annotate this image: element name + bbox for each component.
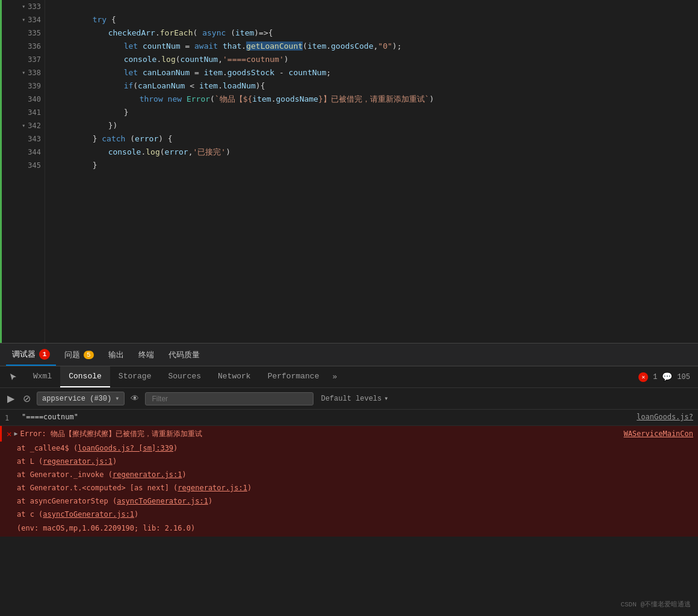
levels-dropdown[interactable]: Default levels ▾ <box>317 392 392 405</box>
tab-issues-label: 问题 <box>64 350 80 360</box>
tab-terminal[interactable]: 终端 <box>132 343 160 366</box>
stack-text-3: at Generator.t.<computed> [as next] (reg… <box>17 484 252 492</box>
code-line-341: }) <box>55 106 698 119</box>
stack-row-1: at L (regenerator.js:1) <box>0 455 698 468</box>
tab-code-quality[interactable]: 代码质量 <box>162 343 206 366</box>
eye-icon[interactable]: 👁 <box>128 392 141 406</box>
stack-link-1[interactable]: regenerator.js:1 <box>43 457 113 466</box>
console-output: 1 "====coutnum" loanGoods.js? ✕ ▶ Error:… <box>0 410 698 616</box>
tab-sources[interactable]: Sources <box>159 366 209 387</box>
line-numbers: ▾333 ▾334 335 336 337 ▾338 339 340 341 ▾… <box>2 0 45 343</box>
stack-link-4[interactable]: asyncToGenerator.js:1 <box>117 497 208 505</box>
tab-wxml[interactable]: Wxml <box>25 366 60 387</box>
context-selector[interactable]: appservice (#30) ▾ <box>37 392 125 405</box>
code-content: try { checkedArr.forEach( async (item)=>… <box>45 0 698 343</box>
console-line-num-1: 1 <box>5 411 17 424</box>
filter-input[interactable] <box>145 392 313 405</box>
performance-label: Performance <box>268 372 320 381</box>
levels-label: Default levels <box>321 395 381 403</box>
line-num-339: 339 <box>2 79 45 93</box>
dropdown-arrow-icon: ▾ <box>115 394 119 403</box>
tab-console[interactable]: Console <box>60 366 110 387</box>
stack-text-1: at L (regenerator.js:1) <box>17 457 117 466</box>
line-num-344: 344 <box>2 146 45 159</box>
tab-performance[interactable]: Performance <box>259 366 328 387</box>
console-row-1: 1 "====coutnum" loanGoods.js? <box>0 410 698 426</box>
error-count: 1 <box>653 373 657 381</box>
stack-link-0[interactable]: loanGoods.js? [sm]:339 <box>78 444 173 452</box>
levels-arrow-icon: ▾ <box>384 394 388 403</box>
play-button[interactable]: ▶ <box>5 390 17 407</box>
stack-text-5: at c (asyncToGenerator.js:1) <box>17 510 138 519</box>
error-main-source[interactable]: WAServiceMainCon <box>619 428 693 440</box>
nav-right-counts: ✕ 1 💬 105 <box>638 366 695 387</box>
network-label: Network <box>218 372 251 381</box>
line-num-341: 341 <box>2 106 45 119</box>
tab-output-label: 输出 <box>108 350 124 360</box>
code-line-342: } catch (error) { <box>55 119 698 132</box>
stack-row-2: at Generator._invoke (regenerator.js:1) <box>0 468 698 481</box>
tab-network[interactable]: Network <box>209 366 259 387</box>
devtools-panel: 调试器 1 问题 5 输出 终端 代码质量 <box>0 343 698 616</box>
stack-link-5[interactable]: asyncToGenerator.js:1 <box>43 510 134 519</box>
storage-label: Storage <box>119 372 152 381</box>
cursor-tool[interactable] <box>3 366 25 387</box>
devtools-top-bar: 调试器 1 问题 5 输出 终端 代码质量 <box>0 343 698 366</box>
more-label: » <box>332 372 337 381</box>
stack-text-2: at Generator._invoke (regenerator.js:1) <box>17 470 187 479</box>
tab-output[interactable]: 输出 <box>102 343 130 366</box>
block-button[interactable]: ⊘ <box>20 390 33 407</box>
stack-row-3: at Generator.t.<computed> [as next] (reg… <box>0 481 698 494</box>
devtools-nav-bar: Wxml Console Storage Sources Network Per… <box>0 366 698 388</box>
error-circle-icon: ✕ <box>638 372 648 382</box>
tab-debugger-label: 调试器 <box>12 349 36 360</box>
code-line-333: try { <box>55 0 698 13</box>
tab-terminal-label: 终端 <box>138 350 154 360</box>
console-label: Console <box>69 372 102 381</box>
tab-debugger[interactable]: 调试器 1 <box>6 343 56 366</box>
wxml-label: Wxml <box>33 372 52 381</box>
fold-334[interactable]: ▾ <box>22 13 25 26</box>
line-num-334: ▾334 <box>2 13 45 26</box>
error-icon: ✕ <box>7 428 11 440</box>
fold-342[interactable]: ▾ <box>22 119 25 132</box>
stack-text-0: at _callee4$ (loanGoods.js? [sm]:339) <box>17 444 178 452</box>
line-num-342: ▾342 <box>2 119 45 132</box>
error-expand-icon[interactable]: ▶ <box>14 428 17 440</box>
line-num-335: 335 <box>2 26 45 40</box>
line-num-333: ▾333 <box>2 0 45 13</box>
chat-icon: 💬 <box>662 372 672 382</box>
green-bar <box>0 0 2 343</box>
error-main-text: Error: 物品【擦拭擦拭擦】已被借完，请重新添加重试 <box>20 428 619 440</box>
code-editor: ▾333 ▾334 335 336 337 ▾338 339 340 341 ▾… <box>0 0 698 343</box>
tab-more[interactable]: » <box>327 366 342 387</box>
line-num-345: 345 <box>2 159 45 172</box>
stack-link-2[interactable]: regenerator.js:1 <box>113 470 182 479</box>
context-selector-label: appservice (#30) <box>42 395 111 403</box>
stack-link-3[interactable]: regenerator.js:1 <box>178 484 247 492</box>
line-num-340: 340 <box>2 93 45 106</box>
line-num-338: ▾338 <box>2 66 45 79</box>
csdn-watermark: CSDN @不懂老爱暗通逃 <box>620 600 691 609</box>
tab-storage[interactable]: Storage <box>110 366 160 387</box>
fold-338[interactable]: ▾ <box>22 66 25 79</box>
app-container: ▾333 ▾334 335 336 337 ▾338 339 340 341 ▾… <box>0 0 698 616</box>
stack-row-4: at asyncGeneratorStep (asyncToGenerator.… <box>0 494 698 508</box>
stack-row-0: at _callee4$ (loanGoods.js? [sm]:339) <box>0 442 698 455</box>
code-line-334: checkedArr.forEach( async (item)=>{ <box>55 13 698 26</box>
console-source-1[interactable]: loanGoods.js? <box>632 411 693 423</box>
sources-label: Sources <box>168 372 201 381</box>
tab-issues[interactable]: 问题 5 <box>58 343 100 366</box>
line-num-336: 336 <box>2 40 45 53</box>
warn-count: 105 <box>677 373 690 381</box>
console-text-1: "====coutnum" <box>22 411 632 423</box>
stack-text-4: at asyncGeneratorStep (asyncToGenerator.… <box>17 497 212 505</box>
line-num-337: 337 <box>2 53 45 66</box>
tab-code-quality-label: 代码质量 <box>168 350 200 360</box>
stack-row-5: at c (asyncToGenerator.js:1) <box>0 508 698 521</box>
issues-badge: 5 <box>84 351 94 359</box>
console-error-row: ✕ ▶ Error: 物品【擦拭擦拭擦】已被借完，请重新添加重试 WAServi… <box>0 426 698 442</box>
fold-333[interactable]: ▾ <box>22 0 25 13</box>
devtools-controls: ▶ ⊘ appservice (#30) ▾ 👁 Default levels … <box>0 388 698 410</box>
env-row: (env: macOS,mp,1.06.2209190; lib: 2.16.0… <box>0 521 698 537</box>
